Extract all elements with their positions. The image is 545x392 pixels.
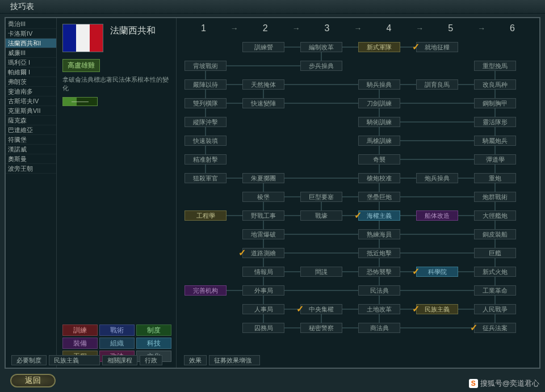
tech-node[interactable]: 囚務局 (242, 323, 284, 333)
tech-node[interactable]: 間諜 (300, 267, 342, 277)
tech-node[interactable]: 人事局 (242, 304, 284, 314)
tech-node[interactable]: 嚴陣以待 (185, 79, 227, 90)
category-button[interactable]: 組織 (99, 338, 135, 349)
sidebar-item[interactable]: 克里斯典VII (6, 106, 56, 116)
tech-node[interactable]: 縱隊沖擊 (185, 117, 227, 127)
tech-node[interactable]: 騎術訓練 (358, 117, 400, 127)
tech-node[interactable]: 大徑艦炮 (474, 210, 516, 221)
tech-node[interactable]: 靈活隊形 (474, 117, 516, 127)
tech-node[interactable]: 野戰工事 (242, 210, 284, 221)
tech-node[interactable]: 騎兵操典 (358, 79, 400, 90)
sidebar-item[interactable]: 薩克森 (6, 116, 56, 125)
category-button[interactable]: 訓練 (62, 324, 98, 336)
tech-node[interactable]: 新式火炮 (474, 267, 516, 277)
eff-label: 效果 (184, 355, 207, 365)
tech-node[interactable]: 巨型要塞 (300, 192, 342, 202)
tech-tree: 1→2→3→4→5→6 訓練營編制改革新式軍隊就地征糧✓背坡戰術步兵操典重型挽馬… (176, 18, 539, 368)
tech-node[interactable]: 刀劍訓練 (358, 98, 400, 108)
tech-node[interactable]: 編制改革 (300, 42, 342, 52)
tech-node[interactable]: 人民戰爭 (474, 304, 516, 314)
progress-bar[interactable]: ——— (62, 97, 98, 106)
content-area: 法蘭西共和 高盧雄雞 拿破侖法典標志著民法体系根本性的變化 ——— 訓練戰術制度… (57, 18, 539, 368)
tech-node[interactable]: 銅皮裝船 (474, 229, 516, 239)
sidebar-item[interactable]: 威廉III (6, 48, 56, 58)
tech-node[interactable]: 商法典 (358, 323, 400, 333)
tech-node[interactable]: 炮兵操典 (416, 173, 458, 183)
tech-node[interactable]: 訓練營 (242, 42, 284, 52)
arrow-right-icon: → (230, 24, 238, 33)
tech-node[interactable]: 工業革命 (474, 285, 516, 296)
tech-node[interactable]: 外事局 (242, 285, 284, 296)
tech-node[interactable]: 訓育良馬 (416, 79, 458, 90)
tech-node[interactable]: 抵近炮擊 (358, 248, 400, 258)
back-button[interactable]: 返回 (10, 374, 56, 387)
tech-node[interactable]: 科學院✓ (416, 267, 458, 277)
tech-node[interactable]: 背坡戰術 (185, 61, 227, 71)
tech-node[interactable]: 熟練海員 (358, 229, 400, 239)
sidebar-item[interactable]: 古斯塔夫IV (6, 96, 56, 106)
tech-node[interactable]: 中央集權✓ (300, 304, 342, 314)
tech-node[interactable]: 奇襲 (358, 154, 400, 165)
tech-node[interactable]: 土地改革 (358, 304, 400, 314)
tech-node[interactable]: 馬槍訓練 (358, 136, 400, 146)
sidebar-item[interactable]: 弗朗茨 (6, 77, 56, 87)
sidebar-item[interactable]: 巴達維亞 (6, 125, 56, 135)
sidebar-item[interactable]: 法蘭西共和I (6, 39, 56, 48)
sidebar-item[interactable]: 帕維爾 I (6, 68, 56, 77)
tech-node[interactable]: 炮群戰術 (474, 192, 516, 202)
column-header: 6 (485, 23, 539, 33)
tech-node[interactable]: 新式軍隊 (358, 42, 400, 52)
category-button[interactable]: 科技 (136, 338, 171, 349)
arrow-right-icon: → (354, 24, 362, 33)
tech-node[interactable]: 改良馬种 (474, 79, 516, 90)
main-panel: 喬治III卡洛斯IV法蘭西共和I威廉III瑪利亞 I帕維爾 I弗朗茨斐迪南多古斯… (5, 17, 540, 369)
tech-node[interactable]: 巨艦 (474, 248, 516, 258)
tech-node[interactable]: 彈道學 (474, 154, 516, 165)
category-button[interactable]: 裝備 (62, 338, 98, 349)
tech-node[interactable]: 朱夏擲團 (242, 173, 284, 183)
tech-node[interactable]: 槍炮校准 (358, 173, 400, 183)
trait-button[interactable]: 高盧雄雞 (62, 59, 100, 72)
tech-node[interactable]: 步兵操典 (300, 61, 342, 71)
sidebar-item[interactable]: 奧斯曼 (6, 154, 56, 164)
tech-node[interactable]: 工程學 (185, 210, 227, 221)
tech-node[interactable]: 重炮 (474, 173, 516, 183)
tech-node[interactable]: 征兵法案✓ (474, 323, 516, 333)
sidebar-item[interactable]: 符騰堡 (6, 135, 56, 145)
tech-node[interactable]: 民族主義✓ (416, 304, 458, 314)
tech-node[interactable]: 戰壕 (300, 210, 342, 221)
tech-node[interactable]: 鋼制胸甲 (474, 98, 516, 108)
sidebar-item[interactable]: 斐迪南多 (6, 87, 56, 96)
category-button[interactable]: 制度 (136, 324, 171, 336)
tech-node[interactable]: 雙列橫隊 (185, 98, 227, 108)
sidebar-item[interactable]: 卡洛斯IV (6, 29, 56, 39)
sidebar-item[interactable]: 波旁王朝 (6, 164, 56, 174)
tech-node[interactable]: 快速裝填 (185, 136, 227, 146)
column-header: 4 (362, 23, 416, 33)
tech-node[interactable]: 恐怖襲擊 (358, 267, 400, 277)
tech-node[interactable]: 船体改造 (416, 210, 458, 221)
tech-node[interactable]: 海權主義✓ (358, 210, 400, 221)
sidebar-item[interactable]: 瑪利亞 I (6, 58, 56, 68)
category-button[interactable]: 戰術 (99, 324, 135, 336)
tech-node[interactable]: 堡壘巨炮 (358, 192, 400, 202)
tech-node[interactable]: 完善机构 (185, 285, 227, 296)
check-icon: ✓ (412, 41, 420, 52)
tech-node[interactable]: 民法典 (358, 285, 400, 296)
tech-node[interactable]: 就地征糧✓ (416, 42, 458, 52)
window-title: 技巧表 (10, 2, 34, 12)
tech-node[interactable]: 快速變陣 (242, 98, 284, 108)
tech-node[interactable]: 騎屬炮兵 (474, 136, 516, 146)
tech-node[interactable]: 天然掩体 (242, 79, 284, 90)
tech-node[interactable]: 情報局 (242, 267, 284, 277)
sidebar-item[interactable]: 漢諾威 (6, 145, 56, 154)
tech-node[interactable]: 重型挽馬 (474, 61, 516, 71)
sidebar-item[interactable]: 喬治III (6, 19, 56, 29)
tech-node[interactable]: 棱堡 (242, 192, 284, 202)
tech-node[interactable]: 地雷爆破 (242, 229, 284, 239)
tech-node[interactable]: 道路測繪✓ (242, 248, 284, 258)
arrow-right-icon: → (477, 24, 485, 33)
tech-node[interactable]: 秘密警察 (300, 323, 342, 333)
tech-node[interactable]: 狙殺軍官 (185, 173, 227, 183)
tech-node[interactable]: 精准射擊 (185, 154, 227, 165)
